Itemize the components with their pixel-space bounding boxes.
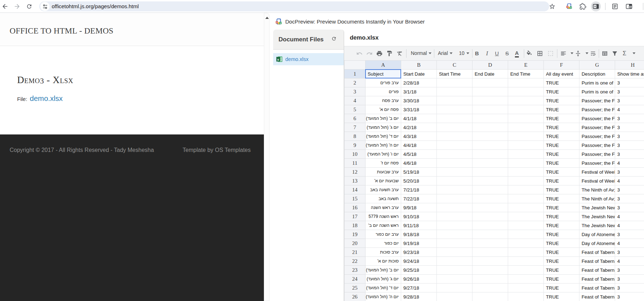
svg-text:x: x xyxy=(277,57,279,61)
